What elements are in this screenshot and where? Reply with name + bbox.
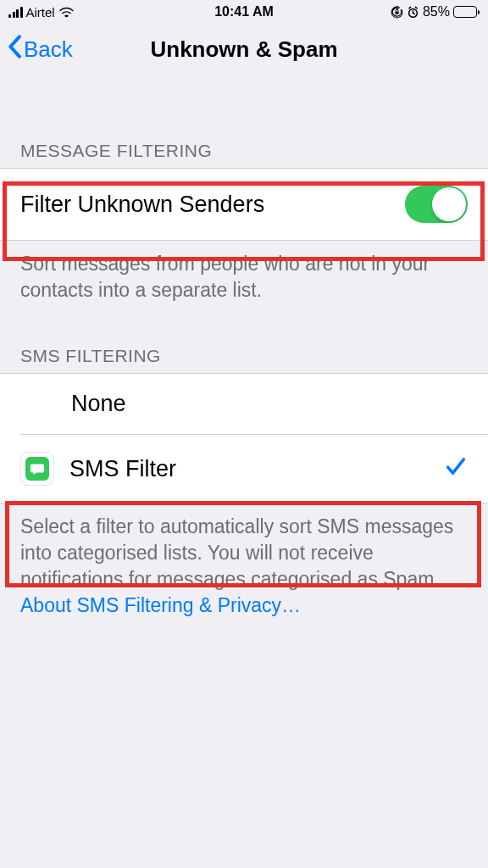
chevron-left-icon: [7, 35, 22, 64]
status-right: 85%: [391, 4, 480, 19]
about-sms-filtering-link[interactable]: About SMS Filtering & Privacy…: [20, 594, 301, 616]
filter-unknown-senders-label: Filter Unknown Senders: [20, 192, 264, 218]
sms-filtering-group: None SMS Filter: [0, 373, 488, 504]
sms-filtering-footer: Select a filter to automatically sort SM…: [0, 504, 488, 629]
sms-filter-app-icon: [20, 452, 54, 486]
filter-unknown-senders-toggle[interactable]: [405, 186, 468, 223]
page-title: Unknown & Spam: [150, 36, 337, 63]
orientation-lock-icon: [391, 6, 403, 19]
sms-option-none[interactable]: None: [0, 374, 488, 434]
filter-unknown-senders-cell: Filter Unknown Senders: [0, 169, 488, 240]
status-left: Airtel: [8, 5, 75, 19]
sms-filtering-footer-text: Select a filter to automatically sort SM…: [20, 515, 453, 590]
wifi-icon: [58, 6, 75, 18]
battery-icon: [453, 6, 480, 18]
navigation-bar: Back Unknown & Spam: [0, 24, 488, 75]
battery-percent: 85%: [423, 4, 450, 19]
svg-rect-0: [395, 11, 398, 14]
back-label: Back: [24, 36, 73, 63]
alarm-icon: [407, 6, 419, 19]
signal-icon: [8, 7, 23, 18]
carrier-label: Airtel: [26, 5, 55, 19]
toggle-knob: [432, 187, 466, 221]
sms-option-none-label: None: [71, 391, 126, 417]
status-bar: Airtel 10:41 AM 85%: [0, 0, 488, 24]
message-filtering-group: Filter Unknown Senders: [0, 168, 488, 241]
back-button[interactable]: Back: [7, 35, 73, 64]
sms-option-smsfilter-label: SMS Filter: [69, 456, 176, 482]
message-filtering-footer: Sort messages from people who are not in…: [0, 241, 488, 314]
section-header-message-filtering: MESSAGE FILTERING: [0, 75, 488, 168]
status-time: 10:41 AM: [214, 4, 274, 19]
section-header-sms-filtering: SMS FILTERING: [0, 314, 488, 373]
checkmark-icon: [444, 454, 468, 484]
sms-option-smsfilter[interactable]: SMS Filter: [0, 435, 488, 503]
chat-bubble-icon: [30, 461, 45, 476]
